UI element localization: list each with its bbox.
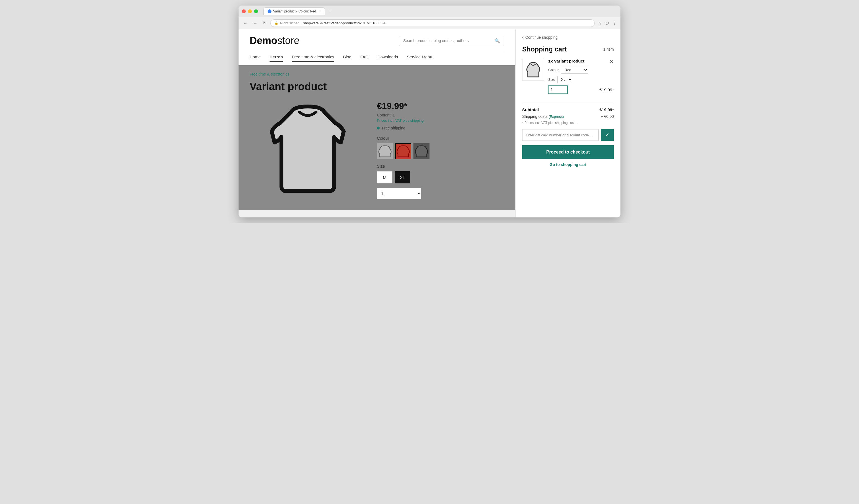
cart-qty-price-row: €19.99* <box>548 86 614 94</box>
search-bar[interactable]: 🔍 <box>399 36 504 46</box>
product-title: Variant product <box>250 81 504 93</box>
tab-bar: Variant product - Colour: Red ✕ + <box>263 7 617 15</box>
not-secure-label: Nicht sicher <box>280 21 299 25</box>
go-to-shopping-cart-button[interactable]: Go to shopping cart <box>522 162 614 167</box>
size-section: Size M XL <box>377 164 504 183</box>
product-image <box>263 101 352 201</box>
url-separator: | <box>301 21 301 25</box>
cart-vat-note: * Prices incl. VAT plus shipping costs <box>522 121 614 125</box>
cart-colour-label: Colour <box>548 68 559 72</box>
nav-item-free-time[interactable]: Free time & electronics <box>292 55 334 62</box>
menu-icon[interactable]: ⋮ <box>612 20 618 27</box>
browser-window: Variant product - Colour: Red ✕ + ← → ↻ … <box>239 5 620 217</box>
lock-icon: 🔒 <box>274 21 278 25</box>
cart-size-select[interactable]: XL M <box>557 76 572 83</box>
new-tab-button[interactable]: + <box>327 8 330 14</box>
continue-shopping-link[interactable]: ‹ Continue shopping <box>522 35 614 40</box>
breadcrumb[interactable]: Free time & electronics <box>250 72 504 76</box>
cart-item-price: €19.99* <box>599 88 614 92</box>
cart-shipping-row: Shipping costs (Express) + €0.00 <box>522 114 614 119</box>
shipping-dot-icon <box>377 127 380 129</box>
proceed-to-checkout-button[interactable]: Proceed to checkout <box>522 145 614 159</box>
store-top: Demostore 🔍 <box>250 35 504 51</box>
cart-subtotal-row: Subtotal €19.99* <box>522 107 614 112</box>
size-options: M XL <box>377 171 504 183</box>
toolbar-icons: ☆ ⬡ ⋮ <box>597 20 618 27</box>
cart-title: Shopping cart <box>522 45 567 53</box>
subtotal-label: Subtotal <box>522 107 539 112</box>
forward-button[interactable]: → <box>251 20 259 27</box>
cart-item-count: 1 item <box>603 47 614 51</box>
subtotal-value: €19.99* <box>599 107 614 112</box>
size-xl-button[interactable]: XL <box>395 171 410 183</box>
cart-size-row: Size XL M <box>548 76 614 83</box>
cart-item-name: 1x Variant product <box>548 59 614 63</box>
search-icon: 🔍 <box>495 38 500 43</box>
product-vat-link[interactable]: Prices incl. VAT plus shipping <box>377 118 504 123</box>
cart-size-label: Size <box>548 77 555 81</box>
nav-item-service-menu[interactable]: Service Menu <box>407 55 432 62</box>
logo-text-light: store <box>277 35 299 46</box>
tab-close-icon[interactable]: ✕ <box>319 10 321 13</box>
browser-toolbar: ← → ↻ 🔒 Nicht sicher | shopware64.test/V… <box>239 17 620 29</box>
cart-item: 1x Variant product Colour Red Grey Dark … <box>522 59 614 96</box>
navigation-menu: Home Herren Free time & electronics Blog… <box>250 51 504 65</box>
size-label: Size <box>377 164 504 168</box>
continue-shopping-label: Continue shopping <box>525 35 558 40</box>
nav-item-blog[interactable]: Blog <box>343 55 351 62</box>
colour-swatch-grey[interactable] <box>377 143 393 159</box>
browser-titlebar: Variant product - Colour: Red ✕ + <box>239 5 620 17</box>
shipping-express-text[interactable]: (Express) <box>548 114 564 119</box>
maximize-button[interactable] <box>254 10 258 13</box>
extensions-icon[interactable]: ⬡ <box>604 20 610 27</box>
nav-item-faq[interactable]: FAQ <box>360 55 368 62</box>
shipping-label: Free shipping <box>382 126 405 130</box>
active-tab[interactable]: Variant product - Colour: Red ✕ <box>263 7 325 15</box>
store-header: Demostore 🔍 Home Herren Free time & elec… <box>239 29 515 65</box>
store-logo: Demostore <box>250 35 299 46</box>
discount-code-input[interactable] <box>522 129 599 141</box>
colour-swatch-red[interactable] <box>395 143 411 159</box>
back-arrow-icon: ‹ <box>522 35 524 40</box>
close-button[interactable] <box>242 10 246 13</box>
quantity-select[interactable]: 1 2 3 <box>377 188 421 199</box>
remove-item-button[interactable]: ✕ <box>610 59 614 65</box>
main-area: Demostore 🔍 Home Herren Free time & elec… <box>239 29 515 217</box>
product-image-area <box>250 98 366 203</box>
product-price: €19.99* <box>377 101 504 111</box>
product-details: €19.99* Content: 1 Prices incl. VAT plus… <box>377 98 504 203</box>
shipping-value: + €0.00 <box>601 114 614 119</box>
search-input[interactable] <box>403 39 492 43</box>
free-shipping: Free shipping <box>377 126 504 130</box>
product-content: Content: 1 <box>377 113 504 117</box>
cart-panel: ‹ Continue shopping Shopping cart 1 item… <box>515 29 620 217</box>
back-button[interactable]: ← <box>241 20 249 27</box>
nav-item-downloads[interactable]: Downloads <box>377 55 398 62</box>
nav-item-home[interactable]: Home <box>250 55 261 62</box>
bookmark-icon[interactable]: ☆ <box>597 20 603 27</box>
tab-title: Variant product - Colour: Red <box>273 10 316 13</box>
discount-apply-button[interactable]: ✓ <box>601 129 614 141</box>
product-layout: €19.99* Content: 1 Prices incl. VAT plus… <box>250 98 504 203</box>
tab-favicon-icon <box>268 10 271 13</box>
logo-text-bold: Demo <box>250 35 277 46</box>
size-m-button[interactable]: M <box>377 171 392 183</box>
page-content: Demostore 🔍 Home Herren Free time & elec… <box>239 29 620 217</box>
reload-button[interactable]: ↻ <box>261 19 268 27</box>
cart-quantity-input[interactable] <box>548 86 568 94</box>
address-bar[interactable]: 🔒 Nicht sicher | shopware64.test/Variant… <box>270 19 595 27</box>
cart-item-thumbnail <box>524 60 543 79</box>
shipping-label-text: Shipping costs <box>522 114 547 119</box>
cart-colour-select[interactable]: Red Grey Dark Grey <box>561 66 588 74</box>
colour-label: Colour <box>377 136 504 140</box>
nav-item-herren[interactable]: Herren <box>270 55 283 62</box>
discount-row: ✓ <box>522 129 614 141</box>
colour-swatch-darkgrey[interactable] <box>413 143 430 159</box>
cart-divider <box>522 104 614 104</box>
colour-section: Colour <box>377 136 504 159</box>
minimize-button[interactable] <box>248 10 252 13</box>
shipping-costs-label: Shipping costs (Express) <box>522 114 564 119</box>
product-area: Free time & electronics Variant product <box>239 65 515 210</box>
cart-item-details: 1x Variant product Colour Red Grey Dark … <box>548 59 614 96</box>
colour-swatches <box>377 143 504 159</box>
